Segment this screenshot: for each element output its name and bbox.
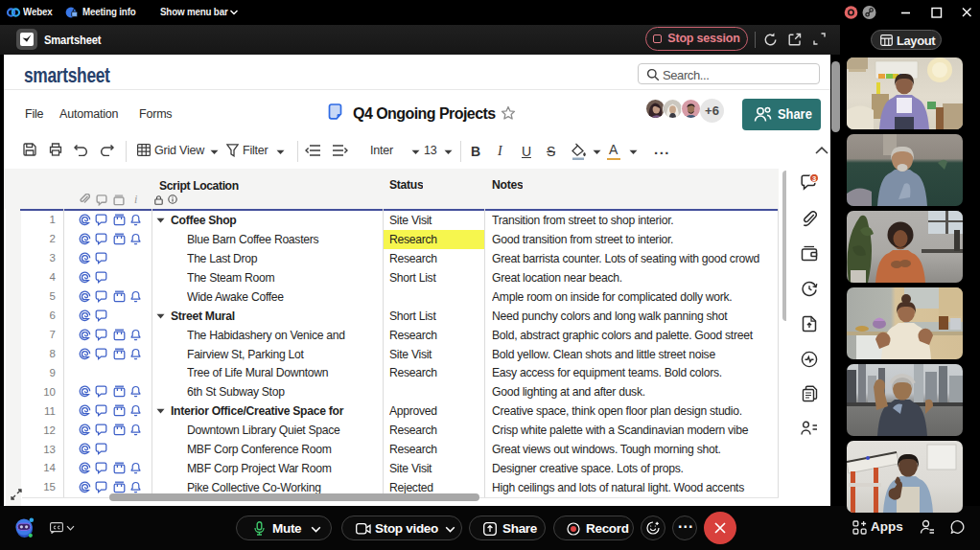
svg-text:3: 3 xyxy=(812,174,816,183)
